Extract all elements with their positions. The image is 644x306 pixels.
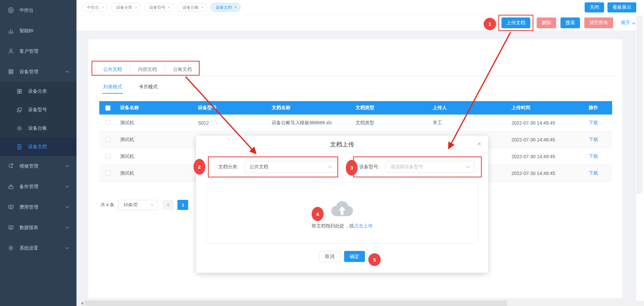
- download-link[interactable]: 下载: [584, 137, 612, 143]
- search-button[interactable]: 搜索: [560, 17, 580, 28]
- download-link[interactable]: 下载: [584, 154, 612, 160]
- page-size-value: 10条/页: [123, 202, 138, 208]
- vertical-scrollbar-thumb[interactable]: [637, 16, 642, 193]
- sidebar-submenu-devices: 设备分类 设备型号 设备台账 设备文档: [0, 82, 76, 156]
- sidebar-item-device-model[interactable]: 设备型号: [0, 100, 76, 119]
- sidebar-item-label: 维修管理: [19, 163, 38, 169]
- select-all-checkbox[interactable]: [105, 105, 110, 111]
- toolbox-icon: [7, 183, 14, 190]
- dialog-close-icon[interactable]: ×: [477, 140, 481, 147]
- tab-ledger-docs[interactable]: 台账文档: [165, 62, 200, 76]
- dialog-title: 文档上传: [330, 140, 354, 148]
- close-icon[interactable]: ×: [234, 5, 237, 10]
- copy-icon: [16, 106, 23, 113]
- col-header: 操作: [584, 105, 612, 111]
- sidebar-item-settings[interactable]: 系统设置: [0, 238, 76, 258]
- sidebar-item-devices[interactable]: 设备管理: [0, 61, 76, 82]
- sidebar-item-customers[interactable]: 客户管理: [0, 41, 76, 61]
- sidebar-item-label: 系统设置: [19, 245, 38, 251]
- cell-device-name: 测试机: [115, 154, 193, 160]
- tag-device-category[interactable]: 设备分类×: [111, 3, 141, 12]
- chevron-up-icon: [65, 71, 69, 73]
- page-1-button[interactable]: 1: [177, 200, 188, 210]
- sidebar-item-spares[interactable]: 备件管理: [0, 176, 76, 197]
- tab-list-mode[interactable]: 列表模式: [103, 81, 123, 94]
- col-header: 上传时间: [507, 105, 584, 111]
- sidebar-item-repair[interactable]: 维修管理: [0, 156, 76, 176]
- expand-label: 展开: [621, 20, 630, 26]
- confirm-button[interactable]: 确定: [344, 251, 365, 262]
- annotation-step-2: 2: [194, 159, 205, 175]
- col-header: 设备名称: [115, 105, 193, 111]
- device-model-group: 设备型号: 请选择设备型号: [359, 161, 474, 173]
- sidebar-item-device-category[interactable]: 设备分类: [0, 82, 76, 100]
- cell-uploader: 李工: [428, 120, 507, 126]
- board-display-button[interactable]: 看板展示: [607, 2, 636, 12]
- tag-device-model[interactable]: 设备型号×: [144, 3, 174, 12]
- upload-dialog: 文档上传 × 文档分类: 公共文档 设备型号: 请选择设备型号: [196, 136, 488, 273]
- upload-doc-button[interactable]: 上传文档: [501, 17, 530, 28]
- annotation-step-3: 3: [346, 160, 358, 176]
- dropzone-hint: 将文档拖到此处，或点击上传: [312, 223, 373, 229]
- sidebar-item-console[interactable]: 中控台: [0, 0, 76, 20]
- cancel-button[interactable]: 取消: [319, 251, 340, 262]
- close-icon[interactable]: ×: [102, 5, 104, 10]
- gear-icon: [7, 245, 14, 252]
- cell-upload-time: 2022-07-30 14:49:45: [507, 120, 584, 126]
- sidebar-item-reports[interactable]: 数据报表: [0, 217, 76, 238]
- download-link[interactable]: 下载: [584, 170, 612, 176]
- click-upload-link[interactable]: 点击上传: [354, 223, 373, 228]
- sidebar-item-expenses[interactable]: 费用管理: [0, 197, 76, 217]
- download-link[interactable]: 下载: [584, 120, 612, 126]
- view-mode-tabs: 列表模式 卡片模式: [99, 81, 612, 94]
- tag-device-docs[interactable]: 设备文档×: [211, 3, 240, 12]
- expand-link[interactable]: 展开: [621, 20, 636, 26]
- row-checkbox[interactable]: [105, 120, 110, 125]
- tag-console[interactable]: 中控台×: [82, 3, 108, 12]
- sidebar-item-device-docs[interactable]: 设备文档: [0, 137, 76, 156]
- close-icon[interactable]: ×: [168, 5, 170, 10]
- annotation-step-4: 4: [312, 207, 324, 221]
- doc-category-select[interactable]: 公共文档: [245, 161, 336, 173]
- delete-button[interactable]: 删除: [537, 17, 556, 28]
- close-icon[interactable]: ×: [135, 5, 137, 10]
- tag-device-ledger[interactable]: 设备台账×: [177, 3, 207, 12]
- chevron-down-icon: [328, 166, 332, 168]
- tab-public-docs[interactable]: 公共文档: [95, 62, 130, 76]
- row-checkbox[interactable]: [105, 154, 110, 159]
- sidebar-item-label: 设备台账: [28, 125, 47, 131]
- cloud-upload-icon: [330, 200, 354, 220]
- prev-page-button[interactable]: [163, 200, 174, 210]
- toolbar: 上传文档 删除 搜索 清空所有 展开: [76, 15, 644, 31]
- doc-category-label: 文档分类:: [218, 164, 238, 170]
- page-size-select[interactable]: 10条/页: [118, 200, 157, 210]
- col-header: 文档类型: [351, 105, 428, 111]
- sidebar-item-bi[interactable]: 智能BI: [0, 20, 76, 41]
- horizontal-scrollbar[interactable]: [76, 301, 644, 306]
- close-icon[interactable]: ×: [201, 5, 204, 10]
- sidebar-item-label: 客户管理: [19, 48, 38, 54]
- cell-device-name: 测试机: [115, 120, 193, 126]
- tags-bar: 中控台× 设备分类× 设备型号× 设备台账× 设备文档× 关闭 看板展示: [76, 0, 644, 15]
- table-header: 设备名称 设备型号 文档名称 文档类型 上传人 上传时间 操作: [99, 101, 612, 115]
- tag-label: 设备型号: [149, 5, 165, 10]
- grid-icon: [16, 88, 23, 95]
- doc-category-value: 公共文档: [250, 164, 268, 170]
- clear-all-button[interactable]: 清空所有: [584, 17, 613, 28]
- device-model-select[interactable]: 请选择设备型号: [385, 161, 474, 173]
- row-checkbox[interactable]: [105, 137, 110, 142]
- close-button[interactable]: 关闭: [585, 2, 604, 12]
- scroll-left-arrow-icon[interactable]: [79, 302, 83, 305]
- doc-category-group: 文档分类: 公共文档: [218, 161, 336, 173]
- tag-label: 设备台账: [182, 5, 199, 10]
- horizontal-scrollbar-thumb[interactable]: [85, 301, 507, 306]
- vertical-scrollbar[interactable]: [636, 15, 644, 301]
- file-dropzone[interactable]: 将文档拖到此处，或点击上传: [206, 182, 478, 244]
- row-checkbox[interactable]: [105, 171, 110, 176]
- device-model-placeholder: 请选择设备型号: [390, 164, 423, 170]
- tab-card-mode[interactable]: 卡片模式: [138, 81, 158, 94]
- sidebar: 中控台 智能BI 客户管理 设备管理 设备分类 设备型号 设备台账 设备文档: [0, 0, 76, 306]
- dialog-header: 文档上传 ×: [196, 136, 488, 153]
- sidebar-item-device-ledger[interactable]: 设备台账: [0, 119, 76, 137]
- tab-internal-docs[interactable]: 内部文档: [130, 62, 165, 76]
